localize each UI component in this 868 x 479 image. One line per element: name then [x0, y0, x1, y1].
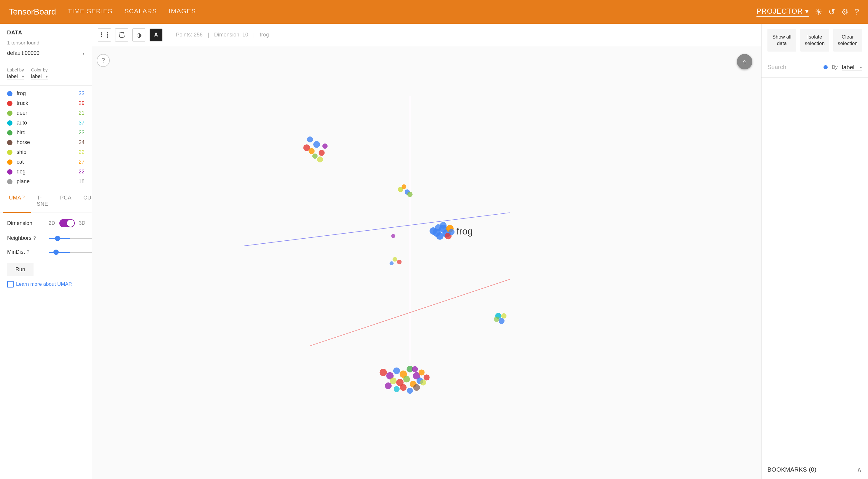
dimension-info: Dimension: 10: [214, 32, 248, 38]
svg-point-53: [418, 370, 425, 376]
legend-item[interactable]: frog 33: [0, 89, 92, 98]
svg-point-17: [393, 257, 397, 262]
legend-item[interactable]: deer 21: [0, 108, 92, 118]
settings-icon[interactable]: ⚙: [841, 7, 848, 17]
legend-item[interactable]: truck 29: [0, 98, 92, 108]
sidebar: DATA 1 tensor found default:00000 Label …: [0, 24, 92, 479]
svg-point-10: [322, 143, 328, 149]
select-box-icon[interactable]: [98, 29, 111, 41]
svg-point-28: [435, 225, 441, 231]
dimension-control: 2D 3D: [49, 219, 85, 227]
svg-rect-0: [101, 32, 107, 38]
svg-point-16: [391, 234, 395, 238]
tab-umap[interactable]: UMAP: [3, 190, 31, 213]
legend-label: bird: [17, 130, 79, 136]
legend-item[interactable]: ship 22: [0, 147, 92, 157]
legend-count: 27: [79, 159, 85, 165]
label-icon[interactable]: A: [150, 29, 162, 41]
svg-point-48: [400, 384, 406, 391]
tab-pca[interactable]: PCA: [54, 190, 78, 212]
label-by-select-wrap: label: [7, 73, 24, 79]
legend-count: 33: [79, 91, 85, 97]
search-input-wrap: [768, 61, 819, 73]
svg-point-46: [385, 382, 392, 389]
mindist-slider[interactable]: [49, 252, 92, 253]
svg-point-50: [413, 384, 420, 391]
by-select[interactable]: label value: [842, 64, 862, 71]
brightness-icon[interactable]: ☀: [815, 7, 822, 17]
canvas-toolbar: ◑ A Points: 256 | Dimension: 10 | frog: [92, 24, 761, 46]
learn-more-link[interactable]: Learn more about UMAP.: [7, 281, 85, 287]
nav-scalars[interactable]: SCALARS: [124, 7, 157, 16]
mindist-label: MinDist ?: [7, 249, 49, 255]
legend-dot: [7, 130, 12, 135]
top-nav: TensorBoard TIME SERIES SCALARS IMAGES P…: [0, 0, 868, 24]
data-section: DATA 1 tensor found default:00000: [0, 24, 92, 61]
color-by-select[interactable]: label: [31, 73, 48, 79]
svg-point-52: [412, 366, 418, 372]
main-layout: DATA 1 tensor found default:00000 Label …: [0, 24, 868, 479]
bookmarks-title: BOOKMARKS (0): [768, 466, 816, 473]
neighbors-label: Neighbors ?: [7, 235, 49, 241]
legend-label: frog: [17, 91, 79, 97]
tabs-row: UMAPT-SNEPCACUSTOM: [0, 190, 92, 213]
night-mode-icon[interactable]: ◑: [132, 29, 145, 41]
legend-dot: [7, 140, 12, 145]
refresh-icon[interactable]: ↺: [828, 7, 835, 17]
neighbors-slider[interactable]: [49, 238, 92, 239]
dimension-toggle[interactable]: [59, 219, 75, 227]
legend-item[interactable]: horse 24: [0, 138, 92, 147]
dim-3d-label: 3D: [79, 220, 86, 226]
svg-point-11: [317, 157, 323, 163]
projector-dropdown[interactable]: PROJECTOR ▾: [756, 7, 809, 16]
legend-label: dog: [17, 169, 79, 175]
svg-point-22: [436, 232, 444, 240]
dim-2d-label: 2D: [49, 220, 55, 226]
legend-count: 18: [79, 178, 85, 185]
toggle-knob: [67, 220, 74, 227]
legend-count: 22: [79, 169, 85, 175]
svg-point-49: [407, 388, 413, 394]
svg-point-37: [393, 368, 400, 374]
legend-item[interactable]: bird 23: [0, 128, 92, 138]
label-by-select[interactable]: label: [7, 73, 24, 79]
legend-dot: [7, 169, 12, 175]
tensor-select-wrap: default:00000: [7, 48, 85, 58]
run-button[interactable]: Run: [7, 263, 33, 276]
legend-item[interactable]: auto 37: [0, 118, 92, 128]
clear-selection-button[interactable]: Clear selection: [833, 29, 862, 52]
legend-label: cat: [17, 159, 79, 165]
neighbors-help-icon[interactable]: ?: [33, 236, 36, 241]
svg-point-7: [319, 150, 324, 156]
tensor-select[interactable]: default:00000: [7, 48, 85, 58]
scatter-plot[interactable]: frog: [92, 46, 761, 479]
legend-item[interactable]: dog 22: [0, 167, 92, 177]
search-input[interactable]: [768, 61, 819, 73]
nav-time-series[interactable]: TIME SERIES: [68, 7, 113, 16]
dimension-row: Dimension 2D 3D: [7, 219, 85, 227]
color-by-select-wrap: label: [31, 73, 48, 79]
toolbar-info: Points: 256 | Dimension: 10 | frog: [174, 32, 271, 38]
color-by-text: Color by: [31, 67, 48, 72]
main-canvas: ◑ A Points: 256 | Dimension: 10 | frog ?…: [92, 24, 761, 479]
mindist-help-icon[interactable]: ?: [27, 249, 29, 255]
tensor-found: 1 tensor found: [7, 40, 85, 46]
neighbors-slider-wrap: 15: [49, 235, 92, 241]
isolate-selection-button[interactable]: Isolate selection: [800, 29, 829, 52]
legend-item[interactable]: cat 27: [0, 157, 92, 167]
color-by-group: Color by label: [31, 67, 48, 79]
tab-t-sne[interactable]: T-SNE: [31, 190, 54, 212]
nav-images[interactable]: IMAGES: [169, 7, 196, 16]
help-icon[interactable]: ?: [855, 7, 859, 16]
app-title: TensorBoard: [9, 7, 56, 16]
select-lasso-icon[interactable]: [115, 29, 128, 41]
dimension-label: Dimension: [7, 220, 49, 227]
legend-item[interactable]: plane 18: [0, 177, 92, 186]
svg-point-43: [403, 376, 410, 382]
bookmarks-collapse-icon[interactable]: ∧: [857, 465, 862, 474]
show-all-data-button[interactable]: Show all data: [768, 29, 796, 52]
legend-dot: [7, 160, 12, 165]
nav-links: TIME SERIES SCALARS IMAGES: [68, 7, 745, 16]
canvas-area[interactable]: ? ⌂: [92, 46, 761, 479]
tab-custom[interactable]: CUSTOM: [78, 190, 92, 212]
